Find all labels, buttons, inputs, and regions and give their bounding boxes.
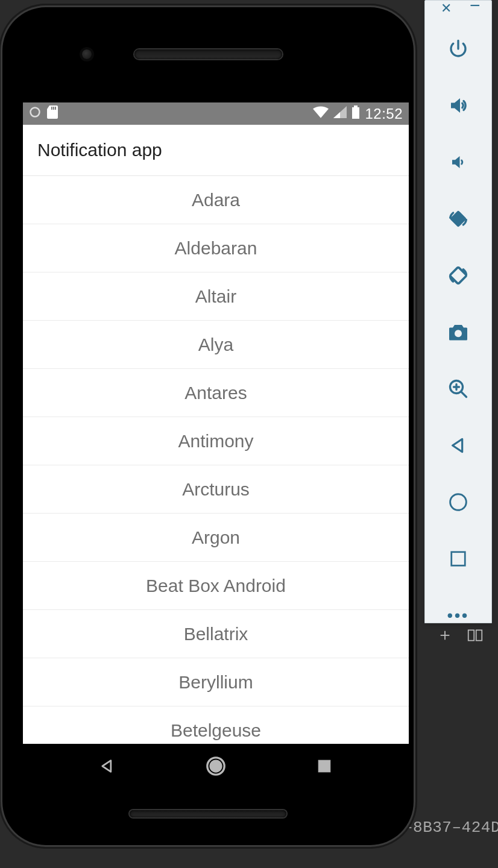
list-item-label: Argon	[192, 527, 240, 548]
overview-icon[interactable]	[445, 546, 471, 572]
sd-card-icon	[47, 105, 58, 122]
wifi-icon	[313, 106, 329, 122]
list-item[interactable]: Beat Box Android	[23, 562, 409, 610]
nav-back-button[interactable]	[96, 755, 118, 777]
emulator-window-controls: ✕ −	[425, 1, 491, 16]
app-bar: Notification app	[23, 125, 409, 176]
svg-rect-18	[354, 105, 358, 107]
list-item-label: Altair	[195, 286, 236, 307]
list-item[interactable]: Argon	[23, 514, 409, 562]
svg-point-6	[455, 330, 462, 337]
chin-speaker	[130, 810, 286, 817]
list-item-label: Aldebaran	[175, 238, 257, 259]
svg-rect-3	[476, 630, 482, 640]
volume-down-icon[interactable]	[445, 149, 471, 175]
rotate-left-icon[interactable]	[445, 206, 471, 232]
android-status-bar: 12:52	[23, 102, 409, 125]
svg-point-20	[210, 760, 222, 772]
list-item-label: Beat Box Android	[146, 576, 286, 596]
volume-up-icon[interactable]	[445, 92, 471, 119]
cellular-icon	[333, 106, 347, 122]
more-icon[interactable]: •••	[445, 602, 471, 629]
list-item[interactable]: Antimony	[23, 417, 409, 465]
items-list[interactable]: AdaraAldebaranAltairAlyaAntaresAntimonyA…	[23, 176, 409, 755]
svg-rect-15	[53, 107, 54, 110]
list-item[interactable]: Bellatrix	[23, 610, 409, 658]
status-bar-clock: 12:52	[365, 105, 403, 122]
minimize-icon[interactable]: −	[470, 0, 481, 16]
list-item[interactable]: Alya	[23, 321, 409, 369]
svg-rect-21	[318, 760, 330, 772]
rotate-right-icon[interactable]	[445, 262, 471, 289]
ide-background-text: 3–8B37–424D	[394, 819, 498, 837]
list-item-label: Bellatrix	[184, 624, 248, 644]
device-screen: 12:52 Notification app AdaraAldebaranAlt…	[23, 102, 409, 788]
svg-rect-16	[55, 107, 56, 110]
back-icon[interactable]	[445, 432, 471, 459]
list-item-label: Alya	[198, 335, 233, 355]
svg-line-8	[461, 392, 467, 397]
svg-point-11	[450, 494, 467, 511]
list-item[interactable]: Aldebaran	[23, 224, 409, 272]
list-item[interactable]: Beryllium	[23, 658, 409, 706]
battery-icon	[351, 105, 360, 122]
list-item[interactable]: Altair	[23, 272, 409, 321]
list-item-label: Betelgeuse	[171, 720, 261, 741]
nav-home-button[interactable]	[205, 755, 227, 777]
home-icon[interactable]	[445, 489, 471, 515]
app-title: Notification app	[37, 140, 162, 160]
list-item[interactable]: Antares	[23, 369, 409, 417]
power-icon[interactable]	[445, 36, 471, 62]
list-item[interactable]: Arcturus	[23, 465, 409, 514]
svg-rect-14	[51, 107, 52, 110]
svg-rect-17	[352, 107, 359, 119]
list-item-label: Antimony	[178, 431, 253, 451]
list-item-label: Arcturus	[182, 479, 250, 500]
camera-icon[interactable]	[445, 319, 471, 345]
svg-point-13	[31, 107, 40, 116]
list-item[interactable]: Adara	[23, 176, 409, 224]
android-nav-bar	[23, 744, 409, 788]
device-frame: 12:52 Notification app AdaraAldebaranAlt…	[2, 7, 414, 845]
svg-rect-2	[468, 630, 474, 640]
nav-overview-button[interactable]	[314, 755, 335, 777]
front-camera	[82, 49, 92, 59]
list-item-label: Adara	[192, 190, 240, 210]
loading-icon	[29, 106, 41, 122]
earpiece-speaker	[134, 49, 282, 59]
zoom-icon[interactable]	[445, 376, 471, 402]
svg-rect-12	[452, 552, 465, 566]
list-item-label: Beryllium	[178, 672, 253, 693]
close-icon[interactable]: ✕	[441, 1, 452, 16]
emulator-toolbar: ✕ − •••	[424, 0, 492, 623]
list-item-label: Antares	[184, 383, 247, 403]
